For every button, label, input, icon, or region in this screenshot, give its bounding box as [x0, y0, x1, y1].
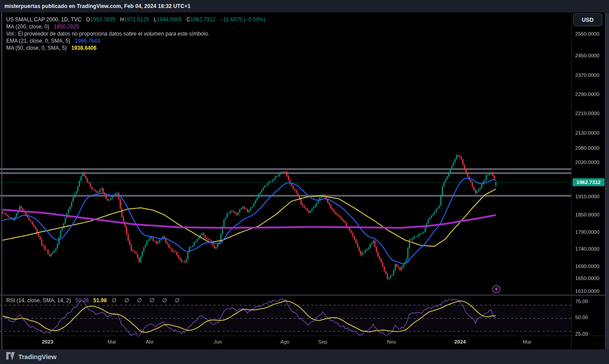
ma50-legend-row[interactable]: MA (50, close, 0, SMA, 5) 1938.6406 [6, 44, 265, 52]
price-tick: 2450.0000 [575, 53, 599, 58]
low-value: 1944.5965 [156, 16, 182, 23]
currency-toggle-button[interactable]: USD [573, 13, 602, 26]
time-tick: Abr [146, 339, 154, 344]
price-tick: 1910.0000 [575, 194, 599, 199]
chart-right-border [605, 12, 605, 349]
attribution-bar: misterpuertas publicado en TradingView.c… [0, 0, 609, 13]
price-tick: 2210.0000 [575, 111, 599, 116]
price-tick: 2030.0000 [575, 160, 599, 165]
rsi-legend-row[interactable]: RSI (14, close, SMA, 14, 2) 50.28 51.98 … [6, 297, 183, 304]
time-tick: Nov [387, 339, 396, 344]
ema21-legend-row[interactable]: EMA (21, close, 0, SMA, 5) 1966.7643 [6, 37, 265, 44]
price-tick: 2080.0000 [575, 145, 599, 151]
rsi-ma-value: 51.98 [93, 297, 107, 304]
price-tick: 1740.0000 [575, 246, 599, 252]
time-tick: 2024 [454, 339, 466, 344]
chart-frame: US SMALL CAP 2000, 1D, TVC O1950.7835 H1… [0, 12, 605, 349]
volume-notice: Vol.: El proveedor de datos no proporcio… [6, 31, 209, 37]
ma50-label: MA (50, close, 0, SMA, 5) [6, 45, 67, 51]
rsi-tick: 50.00 [575, 315, 588, 320]
time-tick: Mar [523, 339, 532, 344]
ma200-label: MA (200, close, 0) [6, 24, 49, 30]
price-tick: 2550.0000 [575, 31, 599, 36]
ma50-value: 1938.6406 [71, 45, 96, 51]
symbol-legend-row[interactable]: US SMALL CAP 2000, 1D, TVC O1950.7835 H1… [6, 16, 265, 23]
rsi-tick: 25.00 [575, 331, 588, 336]
volume-legend-row[interactable]: Vol.: El proveedor de datos no proporcio… [6, 30, 265, 37]
last-price-badge: 1962.7312 [573, 178, 605, 186]
left-edge-line [1, 12, 2, 349]
price-tick: 1790.0000 [575, 229, 599, 235]
last-price-value: 1962.7312 [577, 180, 601, 185]
tradingview-logo-icon[interactable] [6, 352, 15, 362]
currency-label: USD [582, 17, 593, 23]
price-tick: 1610.0000 [575, 288, 599, 294]
close-label: C [186, 16, 190, 23]
attribution-link[interactable]: misterpuertas publicado en TradingView.c… [4, 3, 191, 9]
tradingview-wordmark[interactable]: TradingView [18, 353, 56, 360]
ema21-label: EMA (21, close, 0, SMA, 5) [6, 38, 70, 44]
rsi-empty-slots: ∅ ∅ ∅ ∅ ∅ ∅ [112, 297, 183, 304]
time-tick: 2023 [42, 339, 53, 344]
ma200-legend-row[interactable]: MA (200, close, 0) 1850.2925 [6, 23, 265, 30]
close-value: 1962.7312 [190, 16, 216, 23]
price-tick: 2370.0000 [575, 72, 599, 78]
price-tick: 1690.0000 [575, 264, 599, 269]
time-tick: Mar [108, 339, 116, 344]
rsi-tick: 75.00 [575, 299, 588, 304]
time-tick: Jun [214, 339, 222, 344]
price-axis-border [571, 12, 572, 349]
time-axis-separator [0, 336, 605, 336]
footer-bar: TradingView [0, 349, 609, 364]
open-label: O [86, 16, 90, 23]
change-value: −11.6875 (−0.59%) [220, 16, 265, 23]
open-value: 1950.7835 [90, 16, 116, 23]
symbol-title: US SMALL CAP 2000, 1D, TVC [6, 16, 81, 23]
ema21-value: 1966.7643 [75, 38, 100, 44]
boost-lightning-icon[interactable] [492, 285, 501, 293]
pane-separator[interactable] [0, 295, 605, 296]
price-tick: 2290.0000 [575, 92, 599, 97]
indicator-legend: US SMALL CAP 2000, 1D, TVC O1950.7835 H1… [6, 16, 265, 52]
published-chart-page: misterpuertas publicado en TradingView.c… [0, 0, 609, 364]
time-tick: Ago [280, 339, 289, 344]
price-tick: 1850.0000 [575, 212, 599, 217]
price-tick: 1650.0000 [575, 276, 599, 281]
ma200-value: 1850.2925 [54, 24, 79, 30]
high-value: 1971.5125 [124, 16, 149, 23]
high-label: H [120, 16, 124, 23]
price-tick: 2130.0000 [575, 130, 599, 136]
rsi-value: 50.28 [76, 297, 89, 304]
time-tick: Sep [318, 339, 327, 344]
rsi-label: RSI (14, close, SMA, 14, 2) [6, 297, 71, 304]
